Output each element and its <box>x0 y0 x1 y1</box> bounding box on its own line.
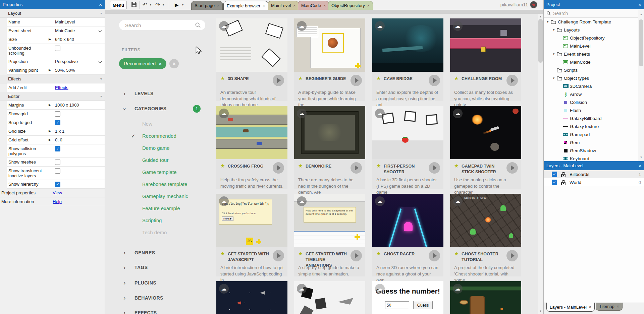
property-value[interactable]: 640 x 640 <box>52 35 105 44</box>
scroll-up-icon[interactable]: ▲ <box>638 13 644 16</box>
checkbox[interactable] <box>55 182 60 187</box>
bottom-tab-tilemap[interactable]: Tilemap× <box>596 303 623 311</box>
sidebar-section-behaviors[interactable]: ›BEHAVIORS <box>105 294 206 302</box>
example-thumbnail[interactable]: Score: 80 - FPS: 60☁ <box>450 194 521 247</box>
remove-filter-icon[interactable]: × <box>159 61 162 66</box>
example-thumbnail[interactable]: ☁ <box>450 18 521 72</box>
tree-item-object-types[interactable]: ▼Object types <box>544 74 644 82</box>
category-item-game-template[interactable]: Game template <box>142 169 177 175</box>
example-thumbnail[interactable]: Guess the number!Guess☁ <box>372 281 443 314</box>
property-value[interactable]: 0, 0 <box>52 136 105 144</box>
play-button[interactable] <box>506 75 518 86</box>
close-tab-icon[interactable]: × <box>367 3 370 8</box>
play-button[interactable] <box>351 250 362 261</box>
category-item-scripting[interactable]: Scripting <box>142 217 162 223</box>
tree-item-event-sheets[interactable]: ▼Event sheets <box>544 50 644 58</box>
tab-mainlevel[interactable]: MainLevel× <box>268 1 299 10</box>
category-item-new[interactable]: New <box>142 121 152 127</box>
scroll-down-icon[interactable]: ▼ <box>538 310 543 313</box>
play-button[interactable] <box>429 162 440 174</box>
collapse-icon[interactable]: ▾ <box>100 77 102 81</box>
close-icon[interactable]: × <box>638 2 641 7</box>
bottom-tab-layers---mainlevel[interactable]: Layers - MainLevel× <box>546 303 595 312</box>
scroll-down-icon[interactable]: ▼ <box>638 156 644 159</box>
tree-item-mainlevel[interactable]: MainLevel <box>544 42 644 50</box>
tree-item-challenge-room-template[interactable]: ▼Challenge Room Template <box>544 18 644 26</box>
layer-visible-checkbox[interactable] <box>552 180 557 185</box>
tree-item-3dcamera[interactable]: 3D3DCamera <box>544 82 644 90</box>
tree-item-galaxybillboard[interactable]: GalaxyBillboard <box>544 114 644 122</box>
tab-example-browser[interactable]: Example browser× <box>223 1 268 10</box>
category-item-demo-game[interactable]: Demo game <box>142 145 170 151</box>
tab-objectrepository[interactable]: ObjectRepository× <box>328 1 373 10</box>
tree-item-gemshadow[interactable]: GemShadow <box>544 146 644 154</box>
expand-icon[interactable]: ▶ <box>49 38 51 41</box>
checkbox[interactable] <box>55 146 60 151</box>
example-thumbnail[interactable]: ☁ <box>372 106 443 159</box>
expand-icon[interactable]: ▶ <box>49 68 51 72</box>
play-button[interactable] <box>506 250 518 261</box>
sidebar-section-tags[interactable]: ›TAGS <box>105 264 206 272</box>
example-thumbnail[interactable]: console.log("Hello world!");Click Next w… <box>216 194 287 247</box>
tree-item-gamepad[interactable]: Gamepad <box>544 130 644 138</box>
project-search-input[interactable] <box>553 10 627 17</box>
sidebar-section-effects[interactable]: ›EFFECTS <box>105 309 206 314</box>
property-value[interactable]: 50%, 50% <box>52 66 105 74</box>
scroll-up-icon[interactable]: ▲ <box>538 15 543 18</box>
layer-visible-checkbox[interactable] <box>552 172 557 177</box>
expand-icon[interactable]: ▶ <box>49 103 51 107</box>
play-button[interactable] <box>351 162 362 174</box>
play-button[interactable] <box>429 250 440 261</box>
tree-item-collision[interactable]: Collision <box>544 98 644 106</box>
tree-item-keyboard[interactable]: Keyboard <box>544 154 644 161</box>
footer-link[interactable]: Help <box>53 199 62 204</box>
example-thumbnail[interactable]: ☁ <box>216 18 287 72</box>
play-button[interactable] <box>351 75 362 86</box>
scrollbar-thumb[interactable] <box>538 19 543 63</box>
sidebar-section-levels[interactable]: ›LEVELS <box>105 90 206 98</box>
play-button[interactable] <box>273 75 284 86</box>
property-value[interactable]: 1000 x 1000 <box>52 101 105 109</box>
example-thumbnail[interactable]: ☁ <box>372 194 443 247</box>
example-thumbnail[interactable]: ☁ <box>216 281 287 314</box>
close-icon[interactable]: × <box>639 163 642 169</box>
example-thumbnail[interactable]: ☁ <box>294 281 365 314</box>
chevron-down-icon[interactable] <box>99 60 102 63</box>
close-tab-icon[interactable]: × <box>617 304 619 309</box>
category-item-tech-demo[interactable]: Tech demo <box>142 230 167 235</box>
checkbox[interactable] <box>55 160 60 165</box>
sidebar-section-plugins[interactable]: ›PLUGINS <box>105 279 206 287</box>
example-thumbnail[interactable]: ☁ <box>372 18 443 72</box>
tab-maincode[interactable]: MainCode× <box>298 1 329 10</box>
close-tab-icon[interactable]: × <box>217 3 219 8</box>
example-search-input[interactable] <box>125 21 189 29</box>
checkbox[interactable] <box>55 120 60 125</box>
checkbox[interactable] <box>55 46 60 51</box>
example-thumbnail[interactable]: ☁ <box>450 106 521 159</box>
tree-item-layouts[interactable]: ▼Layouts <box>544 26 644 34</box>
checkbox[interactable] <box>55 168 60 174</box>
expand-icon[interactable]: ▶ <box>49 138 51 141</box>
tree-item-galaxytexture[interactable]: GalaxyTexture <box>544 122 644 130</box>
category-item-gameplay-mechanic[interactable]: Gameplay mechanic <box>142 193 188 199</box>
tree-item-flash[interactable]: Flash <box>544 106 644 114</box>
play-button[interactable] <box>506 162 518 174</box>
property-value[interactable]: Perspective <box>52 57 105 66</box>
property-value[interactable]: MainLevel <box>52 18 105 26</box>
tab-start-page[interactable]: Start page× <box>191 1 223 10</box>
example-thumbnail[interactable]: ☁ <box>294 106 365 159</box>
example-thumbnail[interactable]: ☁ <box>450 281 521 314</box>
layer-row-world[interactable]: World0 <box>544 178 644 186</box>
unlocked-icon[interactable] <box>561 174 566 177</box>
example-thumbnail[interactable]: ☁ <box>216 106 287 159</box>
tree-caret-icon[interactable]: ▼ <box>546 20 550 23</box>
guess-number-input[interactable] <box>385 301 409 309</box>
play-button[interactable] <box>273 250 284 261</box>
example-thumbnail[interactable]: Now click here to add a keyframe at the … <box>294 194 365 247</box>
close-icon[interactable]: × <box>99 2 102 7</box>
tree-item-scripts[interactable]: Scripts <box>544 66 644 74</box>
expand-icon[interactable]: ▶ <box>49 129 51 133</box>
tree-caret-icon[interactable]: ▼ <box>552 28 556 32</box>
property-value[interactable]: MainCode <box>52 26 105 35</box>
property-value[interactable]: Effects <box>52 83 105 92</box>
